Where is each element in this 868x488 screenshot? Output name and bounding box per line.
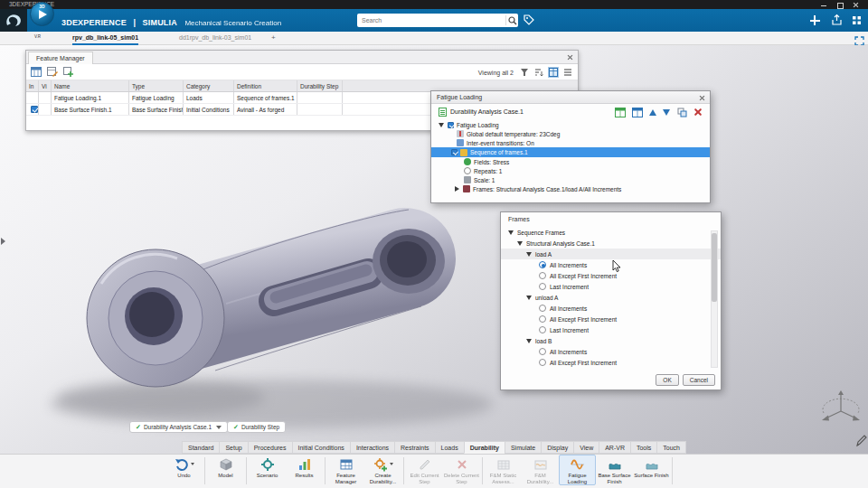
tab-setup[interactable]: Setup (219, 441, 247, 454)
tree-item-frames[interactable]: Frames: Structural Analysis Case.1/load … (431, 184, 710, 193)
tree-item-load-b[interactable]: load B (501, 335, 721, 346)
tab-loads[interactable]: Loads (435, 441, 464, 454)
radio-icon[interactable] (539, 283, 546, 290)
edit-table-tool-icon[interactable] (47, 67, 58, 78)
collapse-icon[interactable] (439, 123, 444, 127)
import-table-icon[interactable] (615, 107, 626, 117)
tree-item-fatigue-loading[interactable]: Fatigue Loading (431, 120, 710, 129)
add-icon[interactable] (808, 14, 822, 27)
delete-icon[interactable] (693, 108, 703, 117)
collapse-icon[interactable] (508, 230, 514, 235)
table-tool-icon[interactable] (31, 67, 42, 78)
delete-current-step-button[interactable]: Delete Current Step (443, 455, 480, 484)
tree-item-unload-a[interactable]: unload A (501, 292, 721, 303)
list-view-icon[interactable] (562, 67, 573, 78)
tree-item-structural-case[interactable]: Structural Analysis Case.1 (501, 238, 721, 249)
scenario-button[interactable]: Scenario (249, 455, 286, 479)
tab-simulate[interactable]: Simulate (505, 441, 541, 454)
surface-finish-button[interactable]: Surface Finish (633, 455, 670, 479)
tree-item-fields[interactable]: Fields: Stress (431, 157, 710, 166)
fatigue-checkbox[interactable] (448, 122, 454, 128)
radio-selected-icon[interactable] (539, 261, 546, 268)
move-up-icon[interactable] (649, 109, 656, 116)
tab-tools[interactable]: Tools (630, 441, 656, 454)
radio-icon[interactable] (539, 315, 546, 323)
tab-ar-vr[interactable]: AR-VR (599, 441, 630, 454)
radio-option[interactable]: Last Increment (501, 281, 721, 292)
tab-restraints[interactable]: Restraints (394, 441, 435, 454)
results-button[interactable]: Results (286, 455, 323, 479)
search-icon[interactable] (505, 15, 518, 25)
radio-icon[interactable] (539, 272, 546, 279)
tree-item-transitions[interactable]: Inter-event transitions: On (431, 138, 710, 147)
fullscreen-icon[interactable] (854, 33, 864, 43)
new-tab-button[interactable]: + (271, 32, 276, 45)
dassault-logo-icon[interactable] (0, 9, 27, 32)
radio-icon[interactable] (539, 348, 546, 355)
share-icon[interactable] (830, 14, 844, 27)
tab-procedures[interactable]: Procedures (248, 441, 292, 454)
radio-icon[interactable] (539, 326, 546, 333)
collapse-icon[interactable] (526, 296, 532, 300)
tab-touch[interactable]: Touch (656, 441, 686, 454)
minimize-icon[interactable] (819, 2, 828, 8)
chevron-down-icon[interactable] (191, 463, 194, 465)
collapse-icon[interactable] (526, 339, 532, 343)
expand-icon[interactable] (455, 186, 459, 192)
duplicate-icon[interactable] (676, 107, 687, 117)
tab-display[interactable]: Display (541, 441, 573, 454)
fm-durability-button[interactable]: F&M Durability... (522, 455, 559, 484)
frames-dialog-title[interactable]: Frames (501, 212, 721, 227)
3dexperience-compass-icon[interactable]: 3D (30, 2, 54, 26)
export-table-icon[interactable] (632, 107, 643, 117)
radio-option[interactable]: All Except First Increment (501, 270, 721, 281)
view-robot-icon[interactable] (816, 386, 863, 427)
tab-standard[interactable]: Standard (182, 441, 219, 454)
table-view-icon[interactable] (548, 67, 559, 78)
feature-manager-close-icon[interactable] (566, 53, 574, 61)
scrollbar[interactable] (711, 230, 718, 368)
sequence-checkbox[interactable] (451, 149, 458, 155)
tree-item-scale[interactable]: Scale: 1 (431, 175, 710, 184)
maximize-icon[interactable] (835, 2, 844, 8)
undo-button[interactable]: Undo (165, 455, 203, 479)
row-checkbox[interactable] (31, 106, 38, 113)
apps-grid-icon[interactable] (851, 14, 864, 27)
search-bar[interactable] (357, 14, 518, 27)
radio-icon[interactable] (539, 305, 546, 312)
feature-manager-button[interactable]: Feature Manager (327, 455, 364, 484)
active-case-chip[interactable]: ✓ Durability Analysis Case.1 (129, 421, 228, 433)
close-icon[interactable] (852, 2, 861, 8)
chevron-down-icon[interactable] (390, 463, 393, 465)
tree-item-sequence-frames[interactable]: Sequence Frames (501, 227, 721, 238)
search-input[interactable] (357, 17, 505, 23)
collapse-icon[interactable] (517, 241, 523, 246)
fatigue-loading-button[interactable]: Fatigue Loading (559, 455, 596, 485)
fatigue-dialog-titlebar[interactable]: Fatigue Loading (431, 91, 710, 104)
tab-view[interactable]: View (573, 441, 599, 454)
tag-icon[interactable] (523, 14, 536, 27)
tab-durability[interactable]: Durability (464, 441, 505, 454)
fm-static-assessment-button[interactable]: F&M Static Assess... (485, 455, 522, 484)
doc-tab-active[interactable]: rpv_db_link-05_sim01 (72, 32, 138, 45)
radio-option[interactable]: All Except First Increment (501, 357, 721, 368)
filter-funnel-icon[interactable] (519, 67, 530, 78)
feature-manager-tab[interactable]: Feature Manager (28, 52, 93, 64)
tree-item-sequence-selected[interactable]: Sequence of frames.1 (431, 147, 710, 157)
tab-initial-conditions[interactable]: Initial Conditions (292, 441, 350, 454)
model-button[interactable]: Model (207, 455, 244, 479)
doc-tab-inactive[interactable]: dd1rpv_db_link-03_sim01 (179, 32, 251, 45)
radio-option[interactable]: All Except First Increment (501, 314, 721, 324)
tree-item-temperature[interactable]: Global default temperature: 23Cdeg (431, 129, 710, 138)
move-down-icon[interactable] (663, 109, 670, 116)
create-durability-button[interactable]: Create Durability... (364, 455, 401, 484)
add-row-tool-icon[interactable] (63, 67, 74, 78)
panel-expand-handle[interactable] (1, 238, 5, 245)
tab-interactions[interactable]: Interactions (350, 441, 394, 454)
base-surface-finish-button[interactable]: Base Surface Finish (596, 455, 633, 484)
cancel-button[interactable]: Cancel (683, 374, 715, 386)
chevron-down-icon[interactable] (216, 426, 222, 429)
radio-icon[interactable] (539, 359, 546, 366)
scrollbar-thumb[interactable] (712, 233, 717, 302)
edit-current-step-button[interactable]: Edit Current Step (406, 455, 443, 484)
